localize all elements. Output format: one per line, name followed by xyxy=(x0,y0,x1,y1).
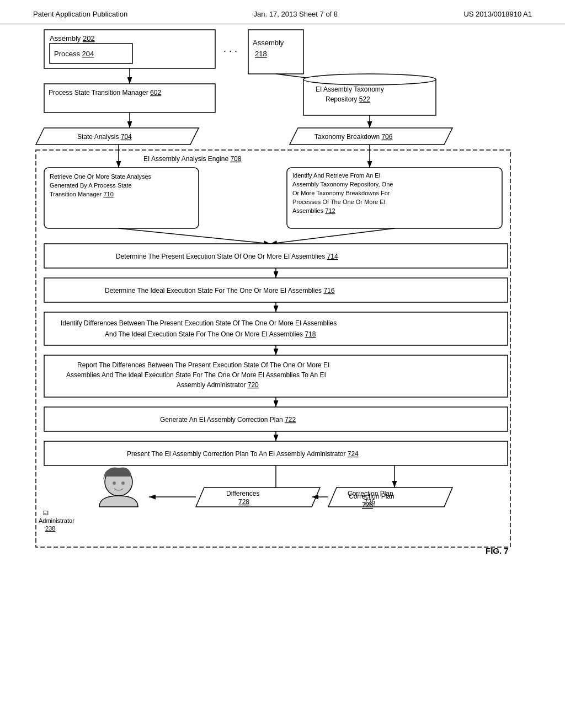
svg-text:Generate An EI Assembly Correc: Generate An EI Assembly Correction Plan … xyxy=(160,416,296,424)
svg-marker-18 xyxy=(36,128,199,144)
svg-text:Determine The Ideal Execution : Determine The Ideal Execution State For … xyxy=(105,287,335,295)
diagram-svg: Assembly 202 Process 204 . . . Assembly … xyxy=(33,24,532,708)
svg-text:Report The Differences Between: Report The Differences Between The Prese… xyxy=(77,361,329,369)
svg-text:Correction Plan: Correction Plan xyxy=(348,490,393,497)
svg-rect-53 xyxy=(44,407,508,431)
svg-text:Processes Of The One Or More E: Processes Of The One Or More EI xyxy=(292,199,386,205)
diagram-area: Assembly 202 Process 204 . . . Assembly … xyxy=(0,24,565,719)
svg-text:728: 728 xyxy=(238,498,249,506)
svg-text:Determine The Present Executio: Determine The Present Execution State Of… xyxy=(116,253,338,260)
svg-line-9 xyxy=(276,74,353,84)
svg-text:Identify And Retrieve From An : Identify And Retrieve From An EI xyxy=(292,172,381,179)
svg-text:. . .: . . . xyxy=(223,43,237,54)
svg-text:Assembly: Assembly xyxy=(253,39,284,47)
svg-text:Differences: Differences xyxy=(226,490,259,497)
header-center: Jan. 17, 2013 Sheet 7 of 8 xyxy=(254,10,338,18)
svg-rect-26 xyxy=(44,168,199,228)
header-right: US 2013/0018910 A1 xyxy=(463,10,532,18)
svg-rect-12 xyxy=(303,79,436,115)
svg-text:EI Assembly Analysis Engine 70: EI Assembly Analysis Engine 708 xyxy=(143,155,242,163)
svg-text:Transition Manager 710: Transition Manager 710 xyxy=(50,191,114,197)
svg-marker-64 xyxy=(196,488,320,507)
svg-text:238: 238 xyxy=(45,525,55,532)
svg-text:Assembly Administrator 720: Assembly Administrator 720 xyxy=(177,381,259,389)
svg-rect-41 xyxy=(44,278,508,302)
svg-text:Repository 522: Repository 522 xyxy=(326,95,370,103)
svg-rect-44 xyxy=(44,312,508,345)
svg-text:726: 726 xyxy=(362,501,373,509)
svg-rect-0 xyxy=(44,30,215,68)
svg-text:Assembly 202: Assembly 202 xyxy=(50,34,95,42)
svg-text:Taxonomy Breakdown 706: Taxonomy Breakdown 706 xyxy=(315,133,393,141)
svg-point-13 xyxy=(303,74,436,85)
svg-rect-5 xyxy=(248,30,303,74)
svg-text:Assemblies 712: Assemblies 712 xyxy=(292,207,335,214)
svg-text:Process 204: Process 204 xyxy=(54,50,94,58)
header-left: Patent Application Publication xyxy=(33,10,127,18)
svg-rect-30 xyxy=(287,168,502,228)
svg-line-37 xyxy=(270,228,395,244)
svg-text:Generated By A Process State: Generated By A Process State xyxy=(50,182,132,189)
svg-rect-22 xyxy=(36,150,510,547)
svg-marker-20 xyxy=(290,128,452,144)
svg-text:Administrator: Administrator xyxy=(39,517,74,524)
svg-text:EI Assembly Taxonomy: EI Assembly Taxonomy xyxy=(316,85,384,93)
svg-text:Present The EI Assembly Correc: Present The EI Assembly Correction Plan … xyxy=(127,450,359,458)
svg-text:Or More Taxonomy Breakdowns Fo: Or More Taxonomy Breakdowns For xyxy=(292,190,390,196)
svg-text:FIG. 7: FIG. 7 xyxy=(486,546,509,555)
svg-marker-59 xyxy=(328,488,452,507)
svg-rect-56 xyxy=(44,441,508,465)
svg-rect-38 xyxy=(44,244,508,268)
svg-text:Assemblies And The Ideal Execu: Assemblies And The Ideal Execution State… xyxy=(66,371,326,379)
svg-rect-10 xyxy=(44,84,215,113)
svg-rect-48 xyxy=(44,355,508,397)
svg-text:And The Ideal Execution State : And The Ideal Execution State For The On… xyxy=(105,330,316,338)
svg-line-36 xyxy=(119,228,270,244)
svg-point-70 xyxy=(105,468,132,496)
svg-text:Identify Differences Between T: Identify Differences Between The Present… xyxy=(61,319,337,327)
svg-text:Assembly Taxonomy Repository, : Assembly Taxonomy Repository, One xyxy=(292,181,393,188)
svg-text:726: 726 xyxy=(364,498,375,506)
svg-text:Process State Transition Manag: Process State Transition Manager 602 xyxy=(49,89,161,97)
svg-point-71 xyxy=(113,481,116,485)
page-header: Patent Application Publication Jan. 17, … xyxy=(0,0,565,24)
svg-text:218: 218 xyxy=(255,50,267,58)
svg-text:EI: EI xyxy=(43,510,49,516)
svg-text:Correction Plan: Correction Plan xyxy=(349,493,395,500)
svg-text:State Analysis 704: State Analysis 704 xyxy=(77,133,132,141)
svg-text:Retrieve One Or More State Ana: Retrieve One Or More State Analyses xyxy=(50,173,152,180)
svg-rect-2 xyxy=(50,44,132,63)
svg-point-72 xyxy=(121,481,125,485)
